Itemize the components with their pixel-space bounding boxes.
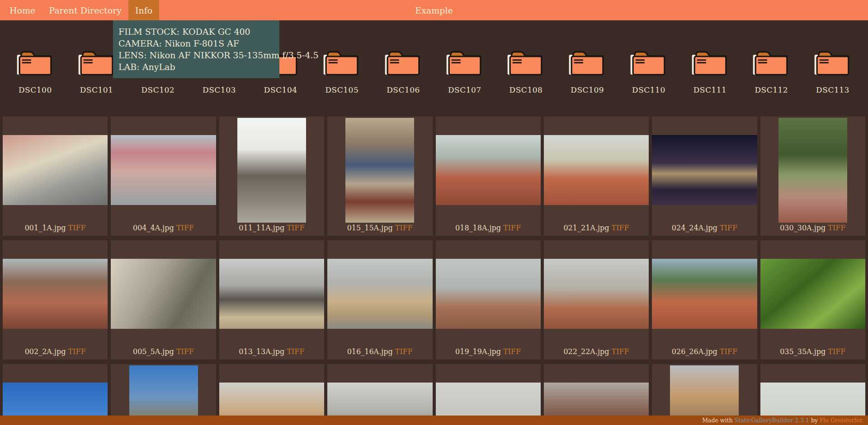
folder-label: DSC101 (80, 85, 113, 94)
tiff-link[interactable]: TIFF (287, 347, 304, 356)
photo-caption: 005_5A.jpg TIFF (111, 347, 216, 356)
folder-item-dsc109[interactable]: DSC109 (560, 47, 614, 94)
photo-filename[interactable]: 030_30A.jpg (780, 224, 826, 232)
photo-thumbnail[interactable] (544, 135, 649, 205)
photo-caption: 016_16A.jpg TIFF (327, 347, 432, 356)
photo-thumbnail[interactable] (3, 259, 108, 329)
folder-label: DSC111 (693, 85, 727, 94)
folder-item-dsc105[interactable]: DSC105 (315, 47, 369, 94)
photo-thumbnail[interactable] (327, 259, 432, 329)
folder-label: DSC106 (387, 85, 420, 94)
thumbnail-area (111, 117, 216, 224)
nav-item-home[interactable]: Home (3, 0, 42, 20)
folder-item-dsc106[interactable]: DSC106 (376, 47, 430, 94)
folder-icon (383, 47, 423, 76)
gallery-cell: 035_35A.jpg TIFF (760, 240, 865, 360)
thumbnail-area (544, 117, 649, 224)
folder-icon (322, 47, 362, 76)
photo-filename[interactable]: 018_18A.jpg (455, 224, 501, 232)
folder-icon (567, 47, 607, 76)
tiff-link[interactable]: TIFF (68, 224, 86, 232)
gallery-cell: 002_2A.jpg TIFF (3, 240, 108, 360)
nav-item-parent-directory[interactable]: Parent Directory (42, 0, 128, 20)
photo-thumbnail[interactable] (436, 135, 541, 205)
photo-filename[interactable]: 001_1A.jpg (25, 224, 66, 232)
folder-label: DSC112 (755, 85, 788, 94)
nav-items: HomeParent DirectoryInfo (3, 0, 159, 20)
author-link[interactable]: Flo Greistorfer. (820, 417, 863, 424)
thumbnail-area (652, 117, 757, 224)
folder-label: DSC107 (448, 85, 481, 94)
nav-item-example[interactable]: Example (415, 0, 453, 20)
folder-item-dsc107[interactable]: DSC107 (438, 47, 492, 94)
nav-item-info[interactable]: Info (128, 0, 159, 20)
folder-item-dsc100[interactable]: DSC100 (8, 47, 62, 94)
tiff-link[interactable]: TIFF (503, 224, 521, 232)
folder-label: DSC110 (632, 85, 665, 94)
photo-thumbnail[interactable] (760, 259, 865, 329)
tiff-link[interactable]: TIFF (287, 224, 304, 232)
photo-thumbnail[interactable] (652, 135, 757, 205)
tiff-link[interactable]: TIFF (612, 347, 629, 356)
photo-thumbnail[interactable] (111, 135, 216, 205)
photo-thumbnail[interactable] (436, 259, 541, 329)
photo-filename[interactable]: 011_11A.jpg (239, 224, 284, 232)
photo-filename[interactable]: 019_19A.jpg (455, 347, 501, 356)
footer-made-with-text: Made with (702, 417, 734, 424)
folder-item-dsc112[interactable]: DSC112 (744, 47, 798, 94)
folder-icon (506, 47, 546, 76)
gallery-cell: 022_22A.jpg TIFF (544, 240, 649, 360)
photo-filename[interactable]: 002_2A.jpg (25, 347, 66, 356)
thumbnail-area (760, 240, 865, 347)
thumbnail-area (544, 240, 649, 347)
photo-thumbnail[interactable] (219, 259, 324, 329)
photo-filename[interactable]: 013_13A.jpg (239, 347, 284, 356)
photo-caption: 022_22A.jpg TIFF (544, 347, 649, 356)
photo-thumbnail[interactable] (111, 259, 216, 329)
folder-icon (813, 47, 853, 76)
tiff-link[interactable]: TIFF (720, 224, 737, 232)
tiff-link[interactable]: TIFF (176, 224, 194, 232)
photo-filename[interactable]: 022_22A.jpg (563, 347, 609, 356)
thumbnail-area (3, 117, 108, 224)
photo-filename[interactable]: 005_5A.jpg (133, 347, 174, 356)
photo-thumbnail[interactable] (652, 259, 757, 329)
folder-item-dsc108[interactable]: DSC108 (499, 47, 553, 94)
photo-caption: 019_19A.jpg TIFF (436, 347, 541, 356)
tiff-link[interactable]: TIFF (176, 347, 194, 356)
tiff-link[interactable]: TIFF (68, 347, 86, 356)
gallery-cell: 018_18A.jpg TIFF (436, 117, 541, 236)
photo-filename[interactable]: 021_21A.jpg (563, 224, 609, 232)
photo-filename[interactable]: 026_26A.jpg (672, 347, 717, 356)
photo-filename[interactable]: 016_16A.jpg (347, 347, 393, 356)
tiff-link[interactable]: TIFF (395, 347, 413, 356)
folder-item-dsc110[interactable]: DSC110 (622, 47, 676, 94)
info-panel: FILM STOCK: KODAK GC 400CAMERA: Nikon F-… (113, 20, 279, 78)
tiff-link[interactable]: TIFF (828, 347, 845, 356)
gallery-cell: 015_15A.jpg TIFF (327, 117, 432, 236)
tiff-link[interactable]: TIFF (395, 224, 413, 232)
tiff-link[interactable]: TIFF (503, 347, 521, 356)
tiff-link[interactable]: TIFF (612, 224, 629, 232)
tiff-link[interactable]: TIFF (828, 224, 845, 232)
photo-filename[interactable]: 024_24A.jpg (672, 224, 717, 232)
photo-filename[interactable]: 035_35A.jpg (780, 347, 826, 356)
photo-caption: 024_24A.jpg TIFF (652, 224, 757, 232)
gallery-cell: 013_13A.jpg TIFF (219, 240, 324, 360)
photo-thumbnail[interactable] (778, 118, 847, 223)
photo-thumbnail[interactable] (3, 135, 108, 205)
photo-thumbnail[interactable] (345, 118, 414, 223)
thumbnail-area (3, 240, 108, 347)
photo-thumbnail[interactable] (544, 259, 649, 329)
photo-thumbnail[interactable] (237, 118, 306, 223)
photo-caption: 001_1A.jpg TIFF (3, 224, 108, 232)
folder-icon (629, 47, 669, 76)
folder-item-dsc111[interactable]: DSC111 (683, 47, 737, 94)
photo-filename[interactable]: 004_4A.jpg (133, 224, 174, 232)
folder-item-dsc113[interactable]: DSC113 (806, 47, 860, 94)
static-gallery-builder-link[interactable]: StaticGalleryBuilder 2.3.1 (735, 417, 809, 424)
folder-label: DSC100 (19, 85, 52, 94)
photo-filename[interactable]: 015_15A.jpg (347, 224, 393, 232)
tiff-link[interactable]: TIFF (720, 347, 737, 356)
gallery-cell: 016_16A.jpg TIFF (327, 240, 432, 360)
